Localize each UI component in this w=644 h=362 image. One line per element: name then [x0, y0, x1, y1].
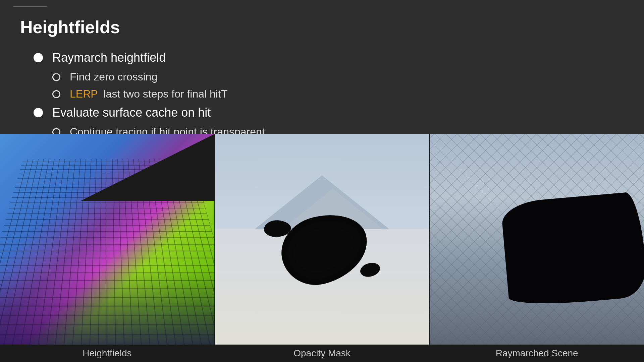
- slide-content: Heightfields Raymarch heightfield Find z…: [0, 7, 644, 138]
- sub-bullet-list-1: Find zero crossing LERP last two steps f…: [52, 71, 624, 100]
- heightfields-label: Heightfields: [0, 345, 214, 362]
- image-panel-raymarched: Raymarched Scene: [429, 134, 644, 362]
- image-panel-opacity-mask: Opacity Mask: [214, 134, 429, 362]
- lerp-highlight: LERP: [70, 88, 98, 100]
- main-bullet-list: Raymarch heightfield Find zero crossing …: [34, 51, 624, 138]
- mountain-background: [215, 134, 429, 229]
- bullet-raymarch-text: Raymarch heightfield: [52, 51, 166, 65]
- sub-bullet-dot-1: [52, 73, 60, 81]
- slide-title: Heightfields: [20, 17, 624, 37]
- raymarched-label: Raymarched Scene: [430, 345, 644, 362]
- lerp-rest: last two steps for final hitT: [101, 88, 228, 100]
- sub-bullet-lerp: LERP last two steps for final hitT: [52, 88, 624, 100]
- bullet-evaluate: Evaluate surface cache on hit: [34, 106, 624, 120]
- raymarched-image: [430, 134, 644, 345]
- image-panel-heightfields: Heightfields: [0, 134, 214, 362]
- bullet-evaluate-text: Evaluate surface cache on hit: [52, 106, 211, 120]
- bullet-raymarch: Raymarch heightfield: [34, 51, 624, 65]
- dark-triangle-1: [80, 134, 214, 201]
- opacity-mask-label: Opacity Mask: [215, 345, 429, 362]
- opacity-mask-image: [215, 134, 429, 345]
- bullet-dot-filled-2: [34, 108, 43, 117]
- lerp-text: LERP last two steps for final hitT: [70, 88, 227, 100]
- zero-crossing-text: Find zero crossing: [70, 71, 157, 83]
- sub-bullet-zero-crossing: Find zero crossing: [52, 71, 624, 83]
- images-container: Heightfields Opacity Mask Raymarched Sce…: [0, 134, 644, 362]
- bullet-dot-filled-1: [34, 53, 43, 62]
- sub-bullet-dot-2: [52, 90, 60, 98]
- heightfields-image: [0, 134, 214, 345]
